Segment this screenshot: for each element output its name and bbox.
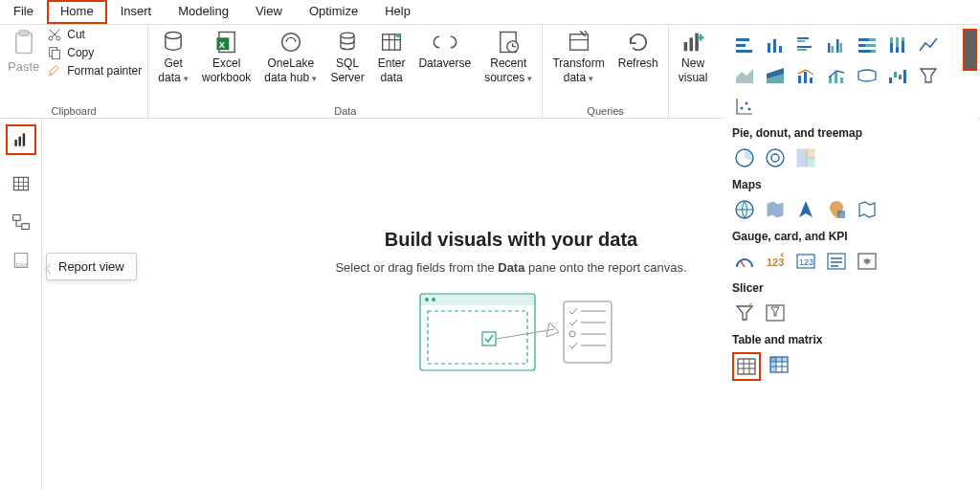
svg-point-11 (341, 33, 354, 38)
menu-file[interactable]: File (0, 0, 47, 24)
viz-table-icon[interactable] (732, 352, 761, 381)
viz-cat-slicer: Slicer (732, 281, 970, 295)
dataverse-button[interactable]: Dataverse (414, 27, 475, 86)
viz-scrollbar-thumb[interactable] (963, 29, 977, 71)
viz-slicer2-icon[interactable] (763, 301, 788, 325)
menu-help[interactable]: Help (371, 0, 424, 24)
viz-stacked-bar-icon[interactable] (732, 33, 757, 57)
menu-insert[interactable]: Insert (107, 0, 166, 24)
svg-rect-41 (797, 37, 809, 39)
svg-text:123: 123 (799, 257, 813, 267)
svg-rect-61 (798, 76, 801, 83)
svg-rect-63 (810, 78, 813, 83)
left-nav: DAX (0, 119, 42, 490)
menu-optimize[interactable]: Optimize (296, 0, 371, 24)
svg-rect-47 (836, 39, 839, 53)
report-view-tab[interactable] (6, 124, 36, 155)
svg-rect-35 (736, 38, 749, 41)
viz-100-bar-icon[interactable] (855, 33, 880, 57)
model-view-tab[interactable] (11, 212, 31, 232)
viz-100-column-icon[interactable] (885, 33, 910, 57)
viz-funnel-icon[interactable] (916, 63, 941, 88)
svg-rect-17 (690, 37, 694, 51)
viz-ribbon-icon[interactable] (855, 63, 880, 88)
queries-group-label: Queries (548, 103, 661, 117)
copy-button[interactable]: Copy (47, 45, 142, 60)
visualizations-panel: Pie, donut, and treemap Maps Gauge, card… (724, 27, 978, 394)
viz-clustered-column-icon[interactable] (824, 33, 849, 57)
canvas-heading: Build visuals with your data (385, 229, 638, 251)
svg-rect-45 (828, 43, 831, 53)
viz-card-icon[interactable]: 123 (763, 249, 788, 274)
menu-view[interactable]: View (242, 0, 296, 24)
viz-line-icon[interactable] (916, 33, 941, 57)
canvas-subtext: Select or drag fields from the Data pane… (335, 260, 686, 275)
viz-combo1-icon[interactable] (793, 63, 818, 88)
svg-text:DAX: DAX (16, 262, 28, 268)
svg-point-71 (741, 107, 744, 110)
viz-row-bars (732, 33, 970, 119)
svg-rect-79 (807, 158, 814, 167)
viz-gauge-icon[interactable] (732, 249, 757, 274)
sql-serverbutton[interactable]: SQLServer (326, 27, 368, 86)
onelake-data-hubbutton[interactable]: OneLakedata hub ▾ (260, 27, 321, 87)
viz-cat-gauge: Gauge, card, and KPI (732, 230, 970, 243)
viz-donut-icon[interactable] (763, 145, 788, 170)
dax-view-tab[interactable]: DAX (11, 251, 31, 270)
get-databutton[interactable]: Getdata ▾ (154, 27, 192, 87)
svg-rect-44 (797, 49, 807, 51)
svg-rect-32 (482, 332, 496, 345)
refresh-button[interactable]: Refresh (614, 27, 662, 86)
viz-arcgis-icon[interactable] (824, 197, 849, 222)
menu-modeling[interactable]: Modeling (165, 0, 242, 24)
svg-rect-48 (840, 43, 843, 53)
viz-waterfall-icon[interactable] (885, 63, 910, 88)
viz-kpi-icon[interactable] (855, 249, 880, 274)
svg-point-73 (748, 108, 751, 111)
viz-cat-pie: Pie, donut, and treemap (732, 126, 970, 140)
svg-rect-89 (738, 359, 755, 374)
viz-treemap-icon[interactable] (793, 145, 818, 170)
enter-databutton[interactable]: Enterdata (374, 27, 410, 86)
svg-rect-92 (770, 357, 776, 372)
excel-workbookbutton[interactable]: XExcelworkbook (198, 27, 255, 86)
viz-area-icon[interactable] (732, 63, 757, 88)
data-group-label: Data (154, 103, 536, 117)
viz-clustered-bar-icon[interactable] (793, 33, 818, 57)
svg-rect-28 (420, 294, 535, 305)
svg-rect-68 (894, 72, 897, 78)
viz-globe-icon[interactable] (732, 197, 757, 222)
menu-home[interactable]: Home (47, 0, 107, 24)
svg-rect-77 (797, 149, 807, 167)
clipboard-icon (11, 29, 37, 57)
viz-slicer-icon[interactable] (732, 301, 757, 325)
viz-multirow-card-icon[interactable]: 123 (793, 249, 818, 274)
viz-pie-icon[interactable] (732, 145, 757, 170)
svg-rect-23 (12, 215, 20, 221)
new-visualbutton[interactable]: Newvisual (675, 27, 712, 86)
group-queries: Transformdata ▾Refresh Queries (543, 25, 668, 118)
viz-stacked-area-icon[interactable] (763, 63, 788, 88)
report-view-tooltip: Report view (46, 253, 137, 280)
clipboard-group-label: Clipboard (6, 103, 142, 117)
recent-sourcesbutton[interactable]: Recentsources ▾ (480, 27, 536, 87)
transform-databutton[interactable]: Transformdata ▾ (548, 27, 608, 87)
copy-icon (47, 45, 62, 60)
table-view-tab[interactable] (11, 174, 31, 193)
svg-rect-66 (840, 78, 843, 83)
viz-combo2-icon[interactable] (824, 63, 849, 88)
viz-scatter-icon[interactable] (732, 94, 757, 119)
svg-rect-52 (865, 44, 876, 47)
viz-stacked-column-icon[interactable] (763, 33, 788, 57)
viz-matrix-icon[interactable] (767, 352, 791, 377)
svg-rect-67 (889, 78, 892, 83)
svg-rect-78 (807, 149, 814, 158)
group-data: Getdata ▾XExcelworkbookOneLakedata hub ▾… (148, 25, 543, 118)
cut-button[interactable]: Cut (47, 27, 142, 42)
viz-filled-map-icon[interactable] (763, 197, 788, 222)
viz-card-list-icon[interactable] (824, 249, 849, 274)
viz-azure-map-icon[interactable] (793, 197, 818, 222)
viz-shape-map-icon[interactable] (855, 197, 880, 222)
svg-point-30 (432, 298, 435, 301)
format-painter-button[interactable]: Format painter (47, 63, 142, 78)
